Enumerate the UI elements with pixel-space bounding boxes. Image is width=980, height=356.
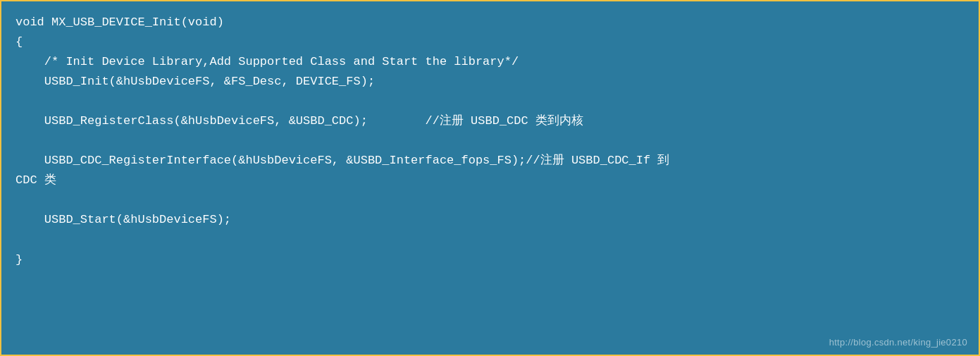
watermark: http://blog.csdn.net/king_jie0210	[829, 337, 967, 348]
code-block: void MX_USB_DEVICE_Init(void) { /* Init …	[15, 13, 965, 270]
code-container: void MX_USB_DEVICE_Init(void) { /* Init …	[0, 0, 980, 356]
